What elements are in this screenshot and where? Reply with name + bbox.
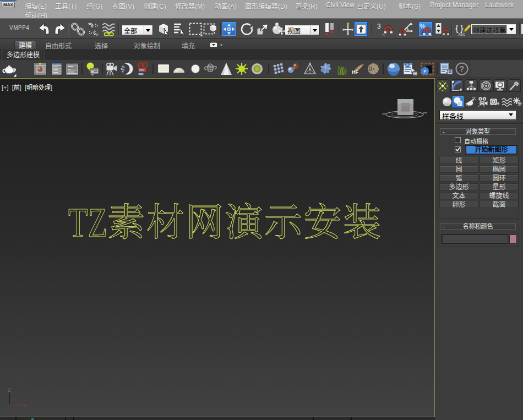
svg-text:0×: 0× [369, 66, 375, 72]
svg-text:HF: HF [352, 69, 358, 75]
svg-text:ABC: ABC [458, 32, 466, 36]
svg-text:HU: HU [402, 105, 409, 110]
svg-text:3: 3 [377, 22, 381, 30]
svg-text:Z: Z [8, 388, 11, 393]
svg-text:X: X [23, 403, 26, 408]
svg-text:?: ? [460, 64, 465, 73]
svg-text:P: P [424, 69, 427, 73]
